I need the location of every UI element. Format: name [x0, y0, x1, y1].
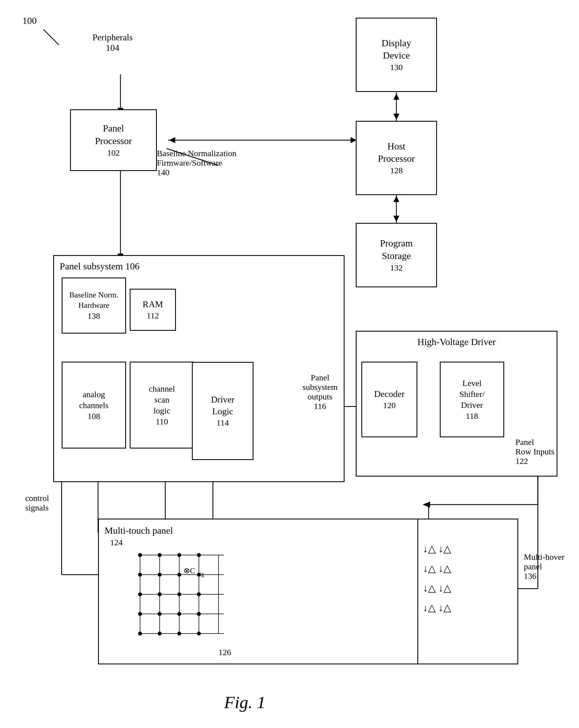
svg-point-74 [177, 631, 181, 635]
driver-logic-number: 114 [217, 417, 229, 428]
svg-point-70 [177, 612, 181, 616]
svg-point-71 [197, 612, 201, 616]
display-device-number: 130 [390, 62, 403, 73]
program-storage-label: ProgramStorage [380, 237, 413, 262]
svg-marker-9 [393, 114, 399, 120]
control-signals-label: controlsignals [25, 493, 49, 513]
ram-label: RAM [143, 298, 163, 310]
level-shifter-number: 118 [466, 410, 478, 421]
svg-point-61 [158, 573, 162, 577]
host-processor-number: 128 [390, 165, 403, 176]
channel-scan-logic-label: channelscanlogic [149, 383, 175, 416]
svg-point-59 [197, 553, 201, 557]
svg-point-67 [197, 592, 201, 596]
baseline-norm-hw-number: 138 [88, 310, 100, 321]
channel-scan-logic-box: channelscanlogic 110 [130, 362, 194, 448]
svg-point-68 [138, 612, 142, 616]
svg-point-64 [138, 592, 142, 596]
diagram: 100 Peripherals104 PanelProcessor 102 Di… [0, 0, 579, 728]
svg-text:↓△ ↓△: ↓△ ↓△ [423, 543, 451, 554]
multi-hover-panel-label: Multi-hoverpanel136 [524, 552, 564, 581]
panel-subsystem-number: 106 [125, 261, 139, 271]
program-storage-box: ProgramStorage 132 [356, 223, 437, 287]
hover-panel-symbols: ↓△ ↓△ ↓△ ↓△ ↓△ ↓△ ↓△ ↓△ [420, 532, 516, 659]
svg-marker-4 [169, 137, 175, 143]
svg-point-66 [177, 592, 181, 596]
high-voltage-driver-label: High-Voltage Driver [417, 336, 496, 348]
ram-box: RAM 112 [130, 289, 176, 331]
svg-text:↓△ ↓△: ↓△ ↓△ [423, 582, 451, 594]
analog-channels-label: analogchannels [79, 389, 109, 411]
panel-subsystem-label: Panel subsystem 106 [60, 260, 139, 272]
ref-100-label: 100 [22, 16, 37, 26]
svg-point-65 [158, 592, 162, 596]
ram-number: 112 [147, 310, 159, 321]
svg-text:sig: sig [197, 571, 204, 577]
panel-row-inputs-label: PanelRow Inputs122 [516, 437, 554, 466]
svg-text:↓△ ↓△: ↓△ ↓△ [423, 602, 451, 613]
host-processor-box: HostProcessor 128 [356, 121, 437, 195]
panel-processor-number: 102 [107, 147, 120, 158]
svg-marker-32 [423, 502, 430, 508]
panel-processor-box: PanelProcessor 102 [70, 109, 157, 171]
svg-marker-12 [393, 216, 399, 222]
svg-point-58 [177, 553, 181, 557]
svg-marker-8 [393, 94, 399, 100]
svg-point-57 [158, 553, 162, 557]
ref-126-label: 126 [219, 648, 231, 657]
svg-point-69 [158, 612, 162, 616]
baseline-norm-hw-label: Baseline Norm.Hardware [69, 290, 118, 310]
program-storage-number: 132 [390, 262, 403, 273]
decoder-label: Decoder [374, 388, 405, 400]
driver-logic-box: DriverLogic 114 [192, 362, 253, 460]
host-processor-label: HostProcessor [378, 140, 415, 165]
baseline-norm-hw-box: Baseline Norm.Hardware 138 [62, 278, 126, 334]
figure-label: Fig. 1 [224, 693, 266, 712]
svg-line-0 [44, 29, 59, 45]
svg-marker-5 [351, 137, 356, 143]
baseline-norm-fw-label: Baseline NormalizationFirmware/Software1… [157, 149, 237, 177]
multi-touch-panel-number: 124 [110, 537, 123, 548]
analog-channels-number: 108 [88, 411, 100, 422]
analog-channels-box: analogchannels 108 [62, 362, 126, 448]
driver-logic-label: DriverLogic [211, 394, 235, 417]
panel-processor-label: PanelProcessor [95, 122, 132, 147]
svg-point-75 [197, 631, 201, 635]
channel-scan-logic-number: 110 [156, 416, 168, 427]
svg-text:⊗C: ⊗C [184, 566, 195, 575]
display-device-box: DisplayDevice 130 [356, 18, 437, 92]
decoder-number: 120 [383, 400, 396, 411]
svg-text:↓△ ↓△: ↓△ ↓△ [423, 563, 451, 574]
level-shifter-box: LevelShifter/Driver 118 [440, 362, 504, 437]
touch-panel-grid: ⊗C sig [134, 549, 230, 639]
multi-touch-panel-label: Multi-touch panel [105, 524, 173, 537]
decoder-box: Decoder 120 [361, 362, 417, 437]
peripherals-number: 104 [106, 43, 119, 53]
level-shifter-label: LevelShifter/Driver [460, 378, 485, 410]
peripherals-label: Peripherals104 [92, 32, 133, 53]
svg-point-56 [138, 553, 142, 557]
svg-point-73 [158, 631, 162, 635]
display-device-label: DisplayDevice [382, 37, 411, 62]
panel-subsystem-outputs-label: Panelsubsystemoutputs116 [303, 373, 337, 411]
svg-point-72 [138, 631, 142, 635]
svg-point-62 [177, 573, 181, 577]
svg-point-60 [138, 573, 142, 577]
svg-marker-11 [393, 196, 399, 202]
